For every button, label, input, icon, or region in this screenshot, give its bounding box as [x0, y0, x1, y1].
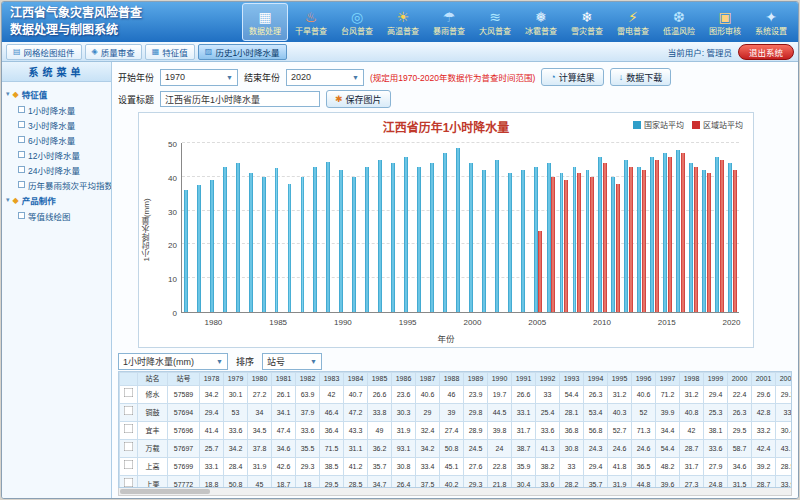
table-header-name[interactable]: 站名: [138, 373, 168, 386]
tab-历史1小时降水量[interactable]: ▨历史1小时降水量: [198, 44, 287, 60]
toolbar-item-暴雨普查[interactable]: ☂暴雨普查: [426, 3, 472, 41]
table-row[interactable]: 宜丰5769641.433.634.547.433.636.443.34931.…: [120, 422, 793, 440]
toolbar-item-冰雹普查[interactable]: ❅冰雹普查: [518, 3, 564, 41]
table-header-year[interactable]: 1997: [656, 373, 680, 386]
x-tick-label: 1985: [269, 318, 287, 327]
table-header-year[interactable]: 2002: [776, 373, 793, 386]
toolbar-item-大风普查[interactable]: ≋大风普查: [472, 3, 518, 41]
calculate-button[interactable]: ◔计算结果: [541, 68, 603, 86]
x-tick-label: 2005: [528, 318, 546, 327]
row-checkbox[interactable]: [124, 478, 134, 488]
table-row[interactable]: 铜鼓5769429.4533434.137.946.447.233.830.32…: [120, 404, 793, 422]
checkbox-icon[interactable]: [18, 212, 25, 219]
horizontal-scrollbar[interactable]: [118, 488, 792, 496]
table-row[interactable]: 上栗5777218.850.84518.71829.528.534.726.43…: [120, 476, 793, 489]
row-checkbox[interactable]: [124, 460, 134, 470]
logout-button[interactable]: 退出系统: [738, 44, 794, 60]
bar-regional-2008: [577, 173, 581, 312]
value-cell: 63.9: [296, 386, 320, 404]
tree-item-12小时降水量[interactable]: 12小时降水量: [4, 147, 109, 162]
tree-item-等值线绘图[interactable]: 等值线绘图: [4, 208, 109, 223]
tree-item-24小时降水量[interactable]: 24小时降水量: [4, 162, 109, 177]
tree-item-1小时降水量[interactable]: 1小时降水量: [4, 102, 109, 117]
start-year-select[interactable]: 1970▼: [160, 69, 238, 86]
table-header-year[interactable]: 1987: [416, 373, 440, 386]
toolbar-item-低温风险[interactable]: ❆低温风险: [656, 3, 702, 41]
row-checkbox[interactable]: [124, 388, 134, 398]
value-cell: 34: [248, 404, 272, 422]
table-header-year[interactable]: 1995: [608, 373, 632, 386]
chart-title-input[interactable]: [160, 91, 320, 107]
toolbar-item-系统设置[interactable]: ✦系统设置: [748, 3, 794, 41]
table-header-id[interactable]: 站号: [168, 373, 200, 386]
value-cell: 25.7: [200, 440, 224, 458]
download-button[interactable]: ↓数据下载: [610, 68, 672, 86]
end-year-select[interactable]: 2020▼: [286, 69, 364, 86]
toolbar-item-雷电普查[interactable]: ⚡雷电普查: [610, 3, 656, 41]
table-header-year[interactable]: 1986: [392, 373, 416, 386]
table-header-year[interactable]: 1992: [536, 373, 560, 386]
scrollbar-thumb[interactable]: [120, 489, 210, 494]
table-header-year[interactable]: 1980: [248, 373, 272, 386]
station-id: 57694: [168, 404, 200, 422]
toolbar-item-雪灾普查[interactable]: ❄雪灾普查: [564, 3, 610, 41]
checkbox-icon[interactable]: [18, 106, 25, 113]
table-header-year[interactable]: 1988: [440, 373, 464, 386]
value-cell: 26.3: [584, 386, 608, 404]
table-header-year[interactable]: 2001: [752, 373, 776, 386]
value-cell: 33.1: [200, 458, 224, 476]
table-header-year[interactable]: 1991: [512, 373, 536, 386]
table-header-year[interactable]: 1999: [704, 373, 728, 386]
row-checkbox[interactable]: [124, 406, 134, 416]
toolbar-item-数据处理[interactable]: ▦数据处理: [242, 3, 288, 41]
table-header-year[interactable]: 1989: [464, 373, 488, 386]
checkbox-icon[interactable]: [18, 151, 25, 158]
bar-national-2006: [547, 163, 551, 312]
tree-item-3小时降水量[interactable]: 3小时降水量: [4, 117, 109, 132]
tab-网格绘图组件[interactable]: ▤网格绘图组件: [6, 44, 82, 60]
table-header-year[interactable]: 1978: [200, 373, 224, 386]
tree-item-6小时降水量[interactable]: 6小时降水量: [4, 132, 109, 147]
toolbar-item-台风普查[interactable]: ◎台风普查: [334, 3, 380, 41]
table-header-year[interactable]: 1979: [224, 373, 248, 386]
table-header-year[interactable]: 1990: [488, 373, 512, 386]
table-header-year[interactable]: 1994: [584, 373, 608, 386]
subbar: ▤网格绘图组件◈质量审查▦特征值▨历史1小时降水量 当前用户: 管理员 退出系统: [2, 42, 798, 62]
element-filter-select[interactable]: 1小时降水量(mm)▼: [118, 353, 228, 370]
table-header-year[interactable]: 1993: [560, 373, 584, 386]
tab-特征值[interactable]: ▦特征值: [145, 44, 195, 60]
table-header-year[interactable]: 1982: [296, 373, 320, 386]
toolbar-item-干旱普查[interactable]: ♨干旱普查: [288, 3, 334, 41]
table-row[interactable]: 修水5758934.230.127.226.163.94240.726.623.…: [120, 386, 793, 404]
table-header-year[interactable]: 1981: [272, 373, 296, 386]
checkbox-icon[interactable]: [18, 136, 25, 143]
toolbar-item-高温普查[interactable]: ☀高温普查: [380, 3, 426, 41]
tree-group-产品制作[interactable]: ▾◆产品制作: [4, 192, 109, 208]
tab-质量审查[interactable]: ◈质量审查: [85, 44, 142, 60]
table-header-year[interactable]: 1996: [632, 373, 656, 386]
table-header-year[interactable]: 1998: [680, 373, 704, 386]
row-checkbox[interactable]: [124, 424, 134, 434]
table-header-year[interactable]: 1985: [368, 373, 392, 386]
tree-item-历年暴雨频次平均指数[interactable]: 历年暴雨频次平均指数: [4, 177, 109, 192]
table-header-year[interactable]: 2000: [728, 373, 752, 386]
value-cell: 38.7: [512, 440, 536, 458]
toolbar-item-图形审核[interactable]: ▣图形审核: [702, 3, 748, 41]
value-cell: 35.7: [368, 458, 392, 476]
table-row[interactable]: 上高5769933.128.431.942.629.338.541.235.73…: [120, 458, 793, 476]
value-cell: 27.6: [464, 458, 488, 476]
checkbox-icon[interactable]: [18, 181, 25, 188]
save-image-button[interactable]: ✱保存图片: [326, 90, 391, 108]
bar-national-2002: [495, 160, 499, 312]
table-header-year[interactable]: 1983: [320, 373, 344, 386]
row-checkbox[interactable]: [124, 442, 134, 452]
table-header-year[interactable]: 1984: [344, 373, 368, 386]
checkbox-icon[interactable]: [18, 166, 25, 173]
sort-select[interactable]: 站号▼: [262, 353, 322, 370]
value-cell: 39.9: [656, 404, 680, 422]
bar-national-2000: [469, 163, 473, 312]
table-row[interactable]: 万载5769725.734.237.834.635.571.531.136.29…: [120, 440, 793, 458]
tree-group-特征值[interactable]: ▾◆特征值: [4, 86, 109, 102]
value-cell: 30.4: [776, 422, 793, 440]
checkbox-icon[interactable]: [18, 121, 25, 128]
